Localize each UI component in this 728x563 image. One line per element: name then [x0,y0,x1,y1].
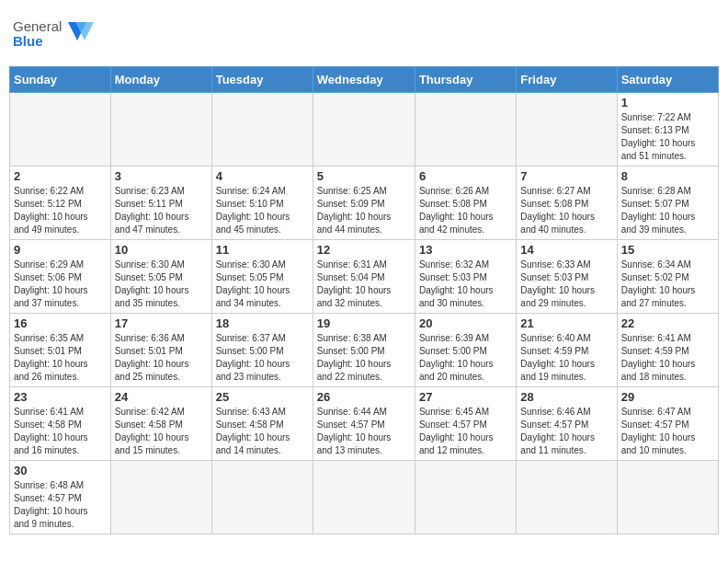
day-number: 2 [14,169,107,183]
day-number: 17 [115,316,208,330]
calendar-cell: 8Sunrise: 6:28 AM Sunset: 5:07 PM Daylig… [617,167,718,240]
calendar-cell [110,461,211,534]
day-number: 14 [520,243,612,257]
calendar-cell: 21Sunrise: 6:40 AM Sunset: 4:59 PM Dayli… [517,314,617,387]
calendar-cell: 7Sunrise: 6:27 AM Sunset: 5:08 PM Daylig… [517,167,617,240]
calendar-cell: 10Sunrise: 6:30 AM Sunset: 5:05 PM Dayli… [110,240,211,314]
day-number: 8 [621,169,714,183]
day-info: Sunrise: 6:22 AM Sunset: 5:12 PM Dayligh… [14,185,107,236]
day-info: Sunrise: 6:41 AM Sunset: 4:59 PM Dayligh… [621,332,714,384]
calendar-cell: 24Sunrise: 6:42 AM Sunset: 4:58 PM Dayli… [110,387,211,461]
calendar-cell [415,93,516,167]
day-number: 16 [14,316,107,330]
calendar-cell: 5Sunrise: 6:25 AM Sunset: 5:09 PM Daylig… [313,167,415,240]
day-info: Sunrise: 6:47 AM Sunset: 4:57 PM Dayligh… [621,406,714,457]
day-info: Sunrise: 6:42 AM Sunset: 4:58 PM Dayligh… [115,406,208,457]
calendar-week-row: 16Sunrise: 6:35 AM Sunset: 5:01 PM Dayli… [10,314,719,387]
day-number: 23 [14,390,107,404]
calendar-week-row: 1Sunrise: 7:22 AM Sunset: 6:13 PM Daylig… [10,93,719,167]
day-info: Sunrise: 6:29 AM Sunset: 5:06 PM Dayligh… [14,259,107,310]
day-number: 9 [14,243,107,257]
calendar-cell: 23Sunrise: 6:41 AM Sunset: 4:58 PM Dayli… [10,387,111,461]
calendar-cell [10,93,111,167]
weekday-header-sunday: Sunday [10,67,111,93]
calendar-cell: 16Sunrise: 6:35 AM Sunset: 5:01 PM Dayli… [10,314,111,387]
calendar-week-row: 23Sunrise: 6:41 AM Sunset: 4:58 PM Dayli… [10,387,719,461]
calendar-cell: 30Sunrise: 6:48 AM Sunset: 4:57 PM Dayli… [10,461,111,534]
day-info: Sunrise: 6:48 AM Sunset: 4:57 PM Dayligh… [14,479,107,531]
calendar-cell: 26Sunrise: 6:44 AM Sunset: 4:57 PM Dayli… [313,387,415,461]
day-info: Sunrise: 6:35 AM Sunset: 5:01 PM Dayligh… [14,332,107,384]
calendar-header-row: SundayMondayTuesdayWednesdayThursdayFrid… [10,67,719,93]
generalblue-logo-svg: General Blue [13,13,96,59]
calendar-cell: 12Sunrise: 6:31 AM Sunset: 5:04 PM Dayli… [313,240,415,314]
calendar-cell: 22Sunrise: 6:41 AM Sunset: 4:59 PM Dayli… [617,314,718,387]
day-info: Sunrise: 6:38 AM Sunset: 5:00 PM Dayligh… [317,332,411,384]
day-info: Sunrise: 6:45 AM Sunset: 4:57 PM Dayligh… [419,406,512,457]
calendar-cell: 9Sunrise: 6:29 AM Sunset: 5:06 PM Daylig… [10,240,111,314]
day-number: 26 [317,390,411,404]
day-number: 11 [216,243,309,257]
day-info: Sunrise: 6:39 AM Sunset: 5:00 PM Dayligh… [419,332,512,384]
calendar-cell: 2Sunrise: 6:22 AM Sunset: 5:12 PM Daylig… [10,167,111,240]
calendar-cell [415,461,516,534]
calendar-cell: 4Sunrise: 6:24 AM Sunset: 5:10 PM Daylig… [211,167,313,240]
day-info: Sunrise: 6:25 AM Sunset: 5:09 PM Dayligh… [317,185,411,236]
day-info: Sunrise: 6:27 AM Sunset: 5:08 PM Dayligh… [520,185,612,236]
day-info: Sunrise: 6:31 AM Sunset: 5:04 PM Dayligh… [317,259,411,310]
weekday-header-tuesday: Tuesday [211,67,313,93]
day-number: 6 [419,169,512,183]
calendar-week-row: 2Sunrise: 6:22 AM Sunset: 5:12 PM Daylig… [10,167,719,240]
day-number: 29 [621,390,714,404]
day-number: 24 [115,390,208,404]
calendar-cell: 27Sunrise: 6:45 AM Sunset: 4:57 PM Dayli… [415,387,516,461]
day-number: 18 [216,316,309,330]
day-info: Sunrise: 6:33 AM Sunset: 5:03 PM Dayligh… [520,259,612,310]
day-info: Sunrise: 7:22 AM Sunset: 6:13 PM Dayligh… [621,111,714,163]
calendar-cell [211,461,313,534]
day-number: 7 [520,169,612,183]
day-number: 27 [419,390,512,404]
calendar-table: SundayMondayTuesdayWednesdayThursdayFrid… [9,66,719,534]
calendar-cell [110,93,211,167]
day-number: 3 [115,169,208,183]
calendar-cell: 29Sunrise: 6:47 AM Sunset: 4:57 PM Dayli… [617,387,718,461]
day-info: Sunrise: 6:36 AM Sunset: 5:01 PM Dayligh… [115,332,208,384]
day-info: Sunrise: 6:44 AM Sunset: 4:57 PM Dayligh… [317,406,411,457]
calendar-cell [313,93,415,167]
day-info: Sunrise: 6:34 AM Sunset: 5:02 PM Dayligh… [621,259,714,310]
calendar-cell: 14Sunrise: 6:33 AM Sunset: 5:03 PM Dayli… [517,240,617,314]
day-info: Sunrise: 6:37 AM Sunset: 5:00 PM Dayligh… [216,332,309,384]
day-number: 20 [419,316,512,330]
day-info: Sunrise: 6:43 AM Sunset: 4:58 PM Dayligh… [216,406,309,457]
day-info: Sunrise: 6:28 AM Sunset: 5:07 PM Dayligh… [621,185,714,236]
day-number: 21 [520,316,612,330]
weekday-header-thursday: Thursday [415,67,516,93]
day-info: Sunrise: 6:26 AM Sunset: 5:08 PM Dayligh… [419,185,512,236]
day-number: 5 [317,169,411,183]
day-number: 30 [14,464,107,477]
day-number: 19 [317,316,411,330]
svg-text:Blue: Blue [13,33,43,49]
logo: General Blue [13,13,96,59]
calendar-cell: 6Sunrise: 6:26 AM Sunset: 5:08 PM Daylig… [415,167,516,240]
weekday-header-saturday: Saturday [617,67,718,93]
day-info: Sunrise: 6:41 AM Sunset: 4:58 PM Dayligh… [14,406,107,457]
weekday-header-wednesday: Wednesday [313,67,415,93]
day-number: 10 [115,243,208,257]
day-number: 1 [621,96,714,109]
calendar-cell [313,461,415,534]
calendar-cell [517,93,617,167]
day-info: Sunrise: 6:46 AM Sunset: 4:57 PM Dayligh… [520,406,612,457]
day-number: 15 [621,243,714,257]
calendar-cell: 17Sunrise: 6:36 AM Sunset: 5:01 PM Dayli… [110,314,211,387]
calendar-cell [617,461,718,534]
day-info: Sunrise: 6:30 AM Sunset: 5:05 PM Dayligh… [115,259,208,310]
calendar-cell: 11Sunrise: 6:30 AM Sunset: 5:05 PM Dayli… [211,240,313,314]
day-info: Sunrise: 6:23 AM Sunset: 5:11 PM Dayligh… [115,185,208,236]
header: General Blue [9,9,719,59]
calendar-cell: 1Sunrise: 7:22 AM Sunset: 6:13 PM Daylig… [617,93,718,167]
day-number: 22 [621,316,714,330]
weekday-header-monday: Monday [110,67,211,93]
calendar-cell: 19Sunrise: 6:38 AM Sunset: 5:00 PM Dayli… [313,314,415,387]
